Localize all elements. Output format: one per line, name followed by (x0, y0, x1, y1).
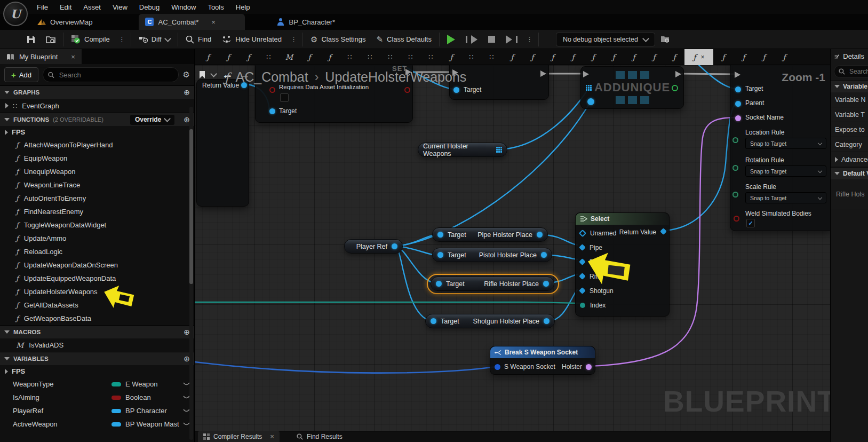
collapse-icon[interactable] (834, 172, 840, 175)
function-row[interactable]: ƒ UpdateEquippedWeaponData (0, 272, 194, 285)
node-pipe-holster-place[interactable]: Target Pipe Holster Place (432, 227, 548, 242)
compiler-results-tab[interactable]: Compiler Results × (198, 431, 280, 442)
array-output-pin[interactable] (496, 147, 502, 153)
variable-row[interactable]: WeaponType E Weapon (0, 377, 194, 391)
graph-tab[interactable]: ƒ (774, 53, 794, 61)
graph-tab[interactable]: ∷ (360, 53, 380, 61)
graph-tab[interactable]: ∷ (259, 53, 279, 61)
output-pin[interactable] (537, 232, 543, 238)
socket-name-pin[interactable] (735, 115, 741, 121)
menu-item[interactable]: Edit (54, 3, 77, 11)
details-row[interactable]: Variable T (831, 107, 868, 122)
bookmark-icon[interactable] (199, 70, 205, 79)
stop-button[interactable] (483, 30, 500, 49)
graph-tab[interactable]: ƒ (522, 53, 543, 61)
close-icon[interactable]: × (701, 53, 705, 61)
skip-button[interactable] (500, 30, 523, 49)
expand-icon[interactable] (5, 130, 8, 135)
array-pin[interactable] (586, 85, 592, 91)
find-button[interactable]: Find (180, 30, 217, 49)
gear-icon[interactable]: ⚙ (183, 70, 190, 80)
function-row[interactable]: ƒ GetWeaponBaseData (0, 312, 194, 325)
pin-diamond[interactable] (579, 287, 586, 294)
menu-item[interactable]: View (107, 3, 133, 11)
advanced-row[interactable]: Advanced (831, 152, 868, 167)
menu-item[interactable]: File (31, 3, 54, 11)
graph-canvas[interactable]: BLUEPRINT (195, 65, 830, 431)
function-row[interactable]: ƒ EquipWeapon (0, 152, 194, 165)
expand-icon[interactable] (5, 103, 9, 108)
section-variables[interactable]: VARIABLES ⊕ (0, 352, 194, 365)
tab-bp-character[interactable]: BP_Character* (270, 14, 341, 30)
graph-tab[interactable]: ƒ (754, 53, 774, 61)
my-blueprint-tab[interactable]: My Blueprint × (0, 49, 82, 64)
variable-row[interactable]: IsAiming Boolean (0, 391, 194, 404)
graph-tab[interactable]: ƒ (441, 53, 461, 61)
break-header[interactable]: Break S Weapon Socket (490, 346, 595, 358)
bool-output-pin[interactable] (404, 87, 410, 93)
function-row[interactable]: ƒ AutoOrientToEnemy (0, 192, 194, 205)
scrollbar-thumb[interactable] (189, 129, 193, 284)
graph-tab[interactable]: ∷ (380, 53, 401, 61)
exec-out-pin[interactable] (540, 70, 546, 77)
exec-out-pin[interactable] (675, 71, 681, 77)
select-index-row[interactable]: Index (576, 298, 606, 312)
compile-options-icon[interactable]: ⋮ (115, 35, 129, 43)
search-box[interactable] (43, 67, 179, 82)
collapse-icon[interactable] (4, 118, 10, 121)
hide-options-icon[interactable]: ⋮ (287, 35, 300, 43)
chevron-down-icon[interactable] (210, 70, 217, 77)
compile-button[interactable]: Compile (66, 30, 115, 49)
function-row[interactable]: ƒ UnequipWeapon (0, 165, 194, 178)
node-attach[interactable]: Target Parent Socket Name Location Rule … (730, 65, 830, 231)
function-row[interactable]: ƒ ToggleWeaponDataWidget (0, 218, 194, 232)
details-row[interactable]: Category (831, 137, 868, 152)
target-pin[interactable] (269, 108, 275, 114)
rotation-rule-pin[interactable] (732, 165, 738, 171)
debug-browse-button[interactable] (655, 30, 675, 49)
pin-diamond[interactable] (579, 229, 586, 236)
menu-item[interactable]: Window (165, 3, 202, 11)
node-player-ref[interactable]: Player Ref (344, 239, 403, 254)
graph-tab[interactable]: ƒ (713, 53, 734, 61)
bool-input-pin[interactable] (269, 87, 275, 93)
graph-tab[interactable]: ƒ (543, 53, 563, 61)
output-pin[interactable] (544, 318, 550, 324)
add-button[interactable]: + Add (4, 67, 38, 82)
details-row[interactable]: Expose to (831, 122, 868, 137)
breadcrumb-root[interactable]: AC_Combat (236, 69, 308, 85)
graph-tab[interactable]: ƒ (583, 53, 603, 61)
output-pin[interactable] (541, 252, 547, 258)
graph-tab[interactable]: ƒ (734, 53, 754, 61)
menu-item[interactable]: Debug (133, 3, 165, 11)
graph-tab[interactable]: ƒ (502, 53, 522, 61)
pin-diamond[interactable] (579, 258, 586, 265)
collapse-icon[interactable] (4, 330, 10, 334)
select-pin-row[interactable]: Unarmed (576, 226, 616, 240)
macro-row[interactable]: M IsValidADS (0, 338, 194, 352)
return-pin[interactable] (672, 85, 678, 91)
function-row[interactable]: ƒ GetAllDataAssets (0, 298, 194, 312)
scale-rule-dropdown[interactable]: Snap to Target (745, 192, 826, 203)
parent-pin[interactable] (735, 101, 741, 107)
section-variable[interactable]: Variable (831, 80, 868, 92)
play-options-icon[interactable]: ⋮ (523, 35, 536, 43)
graph-tab[interactable]: ƒ (664, 53, 684, 61)
details-search-input[interactable] (848, 67, 868, 76)
weld-checkbox[interactable]: ✓ (746, 219, 755, 227)
diff-button[interactable]: Diff (133, 30, 176, 49)
close-icon[interactable]: × (203, 18, 216, 26)
target-pin[interactable] (431, 318, 436, 324)
play-button[interactable] (442, 30, 460, 49)
scale-rule-pin[interactable] (732, 192, 738, 198)
expand-icon[interactable] (835, 157, 838, 162)
function-row[interactable]: ƒ UpdateWeaponDataOnScreen (0, 258, 194, 272)
graph-tab[interactable]: ƒ (603, 53, 624, 61)
category-fps[interactable]: FPS (0, 365, 194, 377)
section-graphs[interactable]: GRAPHS ⊕ (0, 85, 194, 99)
graph-tab[interactable]: ƒ (218, 53, 238, 61)
graph-tab-active[interactable]: ƒ × (684, 49, 713, 65)
pin-diamond[interactable] (579, 273, 586, 280)
function-row[interactable]: ƒ ReloadLogic (0, 245, 194, 258)
output-pin[interactable] (543, 281, 549, 287)
